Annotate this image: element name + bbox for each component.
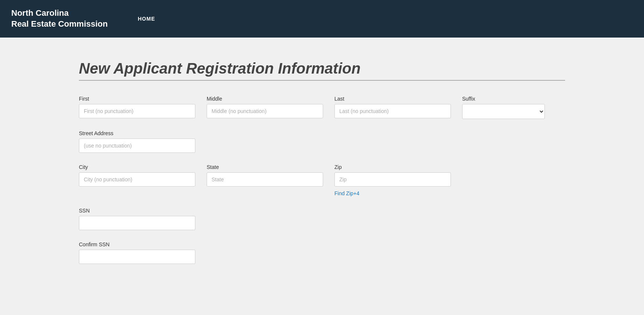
city-state-zip-row: City State Zip Find Zip+4 bbox=[79, 164, 565, 196]
state-group: State bbox=[207, 164, 323, 187]
middle-name-input[interactable] bbox=[207, 104, 323, 118]
page-title: New Applicant Registration Information bbox=[79, 60, 565, 81]
ssn-row: SSN bbox=[79, 208, 565, 230]
find-zip-link[interactable]: Find Zip+4 bbox=[334, 190, 451, 196]
ssn-label: SSN bbox=[79, 208, 195, 214]
state-input[interactable] bbox=[207, 172, 323, 187]
middle-name-label: Middle bbox=[207, 96, 323, 102]
street-address-group: Street Address bbox=[79, 130, 195, 153]
last-name-group: Last bbox=[334, 96, 451, 118]
suffix-group: Suffix Jr Sr II III IV bbox=[462, 96, 545, 119]
first-name-group: First bbox=[79, 96, 195, 118]
first-name-label: First bbox=[79, 96, 195, 102]
state-label: State bbox=[207, 164, 323, 170]
last-name-input[interactable] bbox=[334, 104, 451, 118]
confirm-ssn-row: Confirm SSN bbox=[79, 241, 565, 264]
site-header: North Carolina Real Estate Commission HO… bbox=[0, 0, 644, 38]
last-name-label: Last bbox=[334, 96, 451, 102]
confirm-ssn-group: Confirm SSN bbox=[79, 241, 195, 264]
confirm-ssn-input[interactable] bbox=[79, 250, 195, 264]
confirm-ssn-label: Confirm SSN bbox=[79, 241, 195, 247]
street-row: Street Address bbox=[79, 130, 565, 153]
ssn-input[interactable] bbox=[79, 216, 195, 230]
first-name-input[interactable] bbox=[79, 104, 195, 118]
city-group: City bbox=[79, 164, 195, 187]
middle-name-group: Middle bbox=[207, 96, 323, 118]
city-label: City bbox=[79, 164, 195, 170]
suffix-select[interactable]: Jr Sr II III IV bbox=[462, 104, 545, 119]
suffix-label: Suffix bbox=[462, 96, 545, 102]
ssn-group: SSN bbox=[79, 208, 195, 230]
zip-label: Zip bbox=[334, 164, 451, 170]
zip-group: Zip Find Zip+4 bbox=[334, 164, 451, 196]
registration-form: First Middle Last Suffix Jr Sr II III bbox=[79, 96, 565, 264]
site-title: North Carolina Real Estate Commission bbox=[11, 8, 108, 29]
street-address-input[interactable] bbox=[79, 139, 195, 153]
zip-input[interactable] bbox=[334, 172, 451, 187]
nav-home-link[interactable]: HOME bbox=[138, 16, 155, 22]
site-title-line2: Real Estate Commission bbox=[11, 19, 108, 29]
main-content: New Applicant Registration Information F… bbox=[0, 38, 644, 286]
city-input[interactable] bbox=[79, 172, 195, 187]
site-title-line1: North Carolina bbox=[11, 8, 69, 18]
name-row: First Middle Last Suffix Jr Sr II III bbox=[79, 96, 565, 119]
street-address-label: Street Address bbox=[79, 130, 195, 136]
